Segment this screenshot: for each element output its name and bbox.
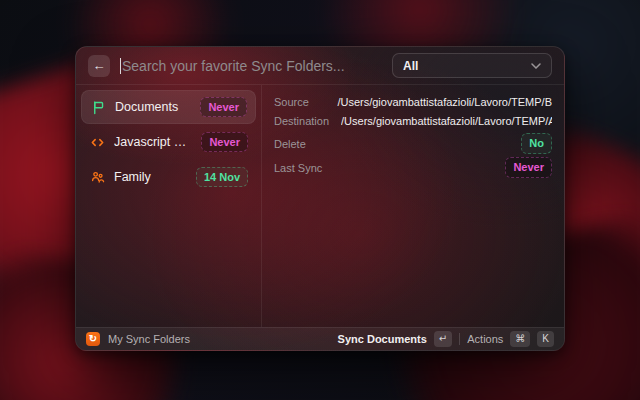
k-key-icon: K — [537, 331, 554, 347]
destination-path: /Users/giovambattistafazioli/Lavoro/TEMP… — [341, 115, 552, 127]
last-sync-badge: Never — [201, 132, 248, 152]
search-input[interactable] — [122, 58, 382, 74]
detail-label: Destination — [274, 115, 329, 127]
sync-folders-list: Documents Never Javascript Source C... N… — [76, 85, 262, 327]
list-item-javascript-source[interactable]: Javascript Source C... Never — [81, 125, 256, 159]
last-sync-badge: Never — [200, 97, 247, 117]
primary-action-button[interactable]: Sync Documents — [338, 333, 427, 345]
return-key-icon[interactable]: ↵ — [434, 331, 452, 347]
search-field-wrap — [120, 58, 382, 74]
filter-dropdown[interactable]: All — [392, 53, 552, 78]
content-area: Documents Never Javascript Source C... N… — [76, 85, 564, 327]
list-item-label: Javascript Source C... — [114, 135, 192, 149]
detail-label: Delete — [274, 138, 306, 150]
chevron-down-icon — [531, 63, 541, 69]
code-icon — [89, 134, 105, 150]
raycast-window: ← All Documents Never — [75, 46, 565, 351]
sync-app-icon: ↻ — [86, 332, 100, 346]
app-name: My Sync Folders — [108, 333, 190, 345]
list-item-label: Documents — [115, 100, 191, 114]
status-bar: ↻ My Sync Folders Sync Documents ↵ Actio… — [76, 327, 564, 350]
detail-panel: Source /Users/giovambattistafazioli/Lavo… — [262, 85, 564, 327]
detail-row-source: Source /Users/giovambattistafazioli/Lavo… — [274, 93, 552, 111]
actions-menu-button[interactable]: Actions — [467, 333, 503, 345]
back-button[interactable]: ← — [88, 55, 110, 77]
last-sync-detail-badge: Never — [505, 157, 552, 177]
text-caret — [120, 58, 121, 74]
detail-label: Last Sync — [274, 162, 322, 174]
last-sync-badge: 14 Nov — [196, 167, 248, 187]
footer-divider — [459, 333, 460, 345]
footer-actions: Sync Documents ↵ Actions ⌘ K — [338, 331, 554, 347]
list-item-documents[interactable]: Documents Never — [81, 90, 256, 124]
detail-label: Source — [274, 96, 309, 108]
source-path: /Users/giovambattistafazioli/Lavoro/TEMP… — [321, 96, 552, 108]
command-key-icon: ⌘ — [510, 331, 530, 347]
list-item-family[interactable]: Family 14 Nov — [81, 160, 256, 194]
list-item-label: Family — [114, 170, 187, 184]
search-bar: ← All — [76, 47, 564, 85]
back-arrow-icon: ← — [93, 59, 106, 72]
detail-row-destination: Destination /Users/giovambattistafazioli… — [274, 112, 552, 130]
filter-dropdown-value: All — [403, 59, 418, 73]
flag-icon — [90, 99, 106, 115]
delete-badge: No — [521, 133, 552, 153]
family-icon — [89, 169, 105, 185]
detail-row-delete: Delete No — [274, 133, 552, 154]
detail-row-last-sync: Last Sync Never — [274, 157, 552, 178]
